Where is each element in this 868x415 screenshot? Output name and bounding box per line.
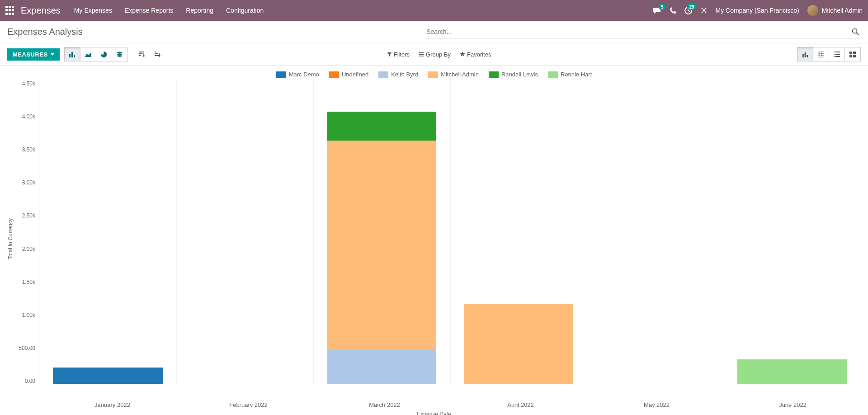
bar-segment[interactable]: [327, 112, 436, 141]
header-row: Expenses Analysis: [0, 21, 868, 43]
svg-point-1: [703, 9, 705, 12]
svg-rect-14: [155, 53, 158, 54]
nav-link-my-expenses[interactable]: My Expenses: [74, 7, 112, 14]
svg-rect-16: [419, 52, 424, 52]
legend-item[interactable]: Mitchell Admin: [428, 71, 479, 78]
groupby-button[interactable]: Group By: [419, 51, 451, 58]
view-kanban-button[interactable]: [844, 47, 861, 61]
svg-point-2: [853, 29, 857, 33]
y-tick: 1.00k: [22, 312, 35, 318]
legend-item[interactable]: Marc Demo: [276, 71, 319, 78]
company-selector[interactable]: My Company (San Francisco): [716, 7, 799, 14]
bar-stack[interactable]: [327, 112, 436, 384]
y-tick: 0.00: [25, 378, 35, 384]
bar-slot: [724, 80, 861, 384]
legend-item[interactable]: Undefined: [329, 71, 368, 78]
svg-rect-34: [853, 52, 856, 54]
phone-icon[interactable]: [670, 7, 676, 14]
bar-slot: [313, 80, 450, 384]
chart-plot: Total In Currency 4.50k4.00k3.50k3.00k2.…: [7, 80, 861, 397]
y-tick: 500.00: [19, 345, 35, 351]
view-pivot-button[interactable]: [813, 47, 829, 61]
search-icon[interactable]: [850, 26, 861, 37]
sort-group: [133, 47, 165, 61]
bar-stack[interactable]: [737, 359, 847, 384]
legend-swatch: [548, 71, 558, 78]
bar-segment[interactable]: [464, 304, 573, 384]
measures-button[interactable]: MEASURES: [7, 48, 60, 61]
legend-swatch: [489, 71, 499, 78]
line-chart-button[interactable]: [80, 47, 96, 61]
nav-link-reporting[interactable]: Reporting: [186, 7, 213, 14]
svg-line-3: [857, 33, 859, 35]
view-graph-button[interactable]: [797, 47, 813, 61]
stacked-button[interactable]: [112, 47, 128, 61]
y-tick: 1.50k: [22, 279, 35, 285]
search-input[interactable]: [425, 25, 850, 38]
user-menu[interactable]: Mitchell Admin: [807, 5, 863, 16]
svg-rect-17: [419, 54, 424, 54]
search-wrap: [425, 25, 861, 38]
legend-swatch: [329, 71, 339, 78]
messages-icon[interactable]: 5: [653, 7, 661, 14]
bar-segment[interactable]: [737, 359, 847, 384]
apps-icon[interactable]: [5, 6, 14, 15]
bar-stack[interactable]: [53, 368, 162, 384]
top-navbar: Expenses My Expenses Expense Reports Rep…: [0, 0, 868, 21]
funnel-icon: [387, 52, 392, 57]
svg-rect-15: [155, 52, 156, 52]
sort-desc-button[interactable]: [133, 47, 150, 61]
legend-label: Undefined: [342, 71, 368, 78]
filters-button[interactable]: Filters: [387, 51, 410, 58]
pie-chart-button[interactable]: [96, 47, 112, 61]
svg-rect-27: [834, 52, 835, 52]
view-list-button[interactable]: [829, 47, 845, 61]
search-panel-controls: Filters Group By Favorites: [387, 51, 491, 58]
x-tick: May 2022: [589, 397, 725, 408]
svg-rect-4: [69, 54, 71, 57]
svg-point-7: [117, 52, 122, 53]
bar-chart-button[interactable]: [64, 47, 80, 61]
svg-rect-29: [834, 54, 835, 55]
svg-rect-36: [853, 55, 856, 57]
x-tick: March 2022: [316, 397, 453, 408]
x-tick: April 2022: [453, 397, 589, 408]
y-axis-ticks: 4.50k4.00k3.50k3.00k2.50k2.00k1.50k1.00k…: [16, 80, 39, 384]
legend-swatch: [276, 71, 286, 78]
legend-item[interactable]: Keith Byrd: [378, 71, 418, 78]
y-tick: 2.00k: [22, 246, 35, 252]
legend-label: Randall Lewis: [501, 71, 538, 78]
favorites-button[interactable]: Favorites: [460, 51, 491, 58]
bar-segment[interactable]: [327, 350, 436, 384]
nav-link-configuration[interactable]: Configuration: [226, 7, 264, 14]
bar-stack[interactable]: [464, 304, 573, 384]
bar-slot: [39, 80, 176, 384]
legend-label: Keith Byrd: [391, 71, 418, 78]
page-title: Expenses Analysis: [7, 27, 83, 37]
svg-rect-35: [849, 55, 852, 57]
legend-item[interactable]: Ronnie Hart: [548, 71, 592, 78]
legend-item[interactable]: Randall Lewis: [489, 71, 538, 78]
y-tick: 3.00k: [22, 179, 35, 186]
nav-link-expense-reports[interactable]: Expense Reports: [125, 7, 173, 14]
bar-slot: [587, 80, 724, 384]
bar-segment[interactable]: [327, 141, 436, 350]
user-name: Mitchell Admin: [822, 7, 863, 14]
svg-rect-5: [71, 52, 73, 57]
filters-label: Filters: [394, 51, 410, 58]
svg-rect-12: [139, 55, 141, 56]
svg-rect-19: [802, 54, 804, 57]
star-icon: [460, 52, 465, 57]
caret-down-icon: [51, 53, 54, 56]
activity-icon[interactable]: 29: [684, 7, 692, 14]
debug-icon[interactable]: [700, 7, 708, 14]
legend-swatch: [428, 71, 438, 78]
x-axis-ticks: January 2022February 2022March 2022April…: [44, 397, 861, 408]
controls-row: MEASURES Filters Group By: [0, 43, 868, 66]
bar-segment[interactable]: [53, 368, 162, 384]
sort-asc-button[interactable]: [149, 47, 165, 61]
svg-rect-33: [849, 52, 852, 54]
app-brand[interactable]: Expenses: [21, 5, 61, 16]
chart-grid: [39, 80, 861, 384]
svg-rect-30: [835, 54, 840, 55]
